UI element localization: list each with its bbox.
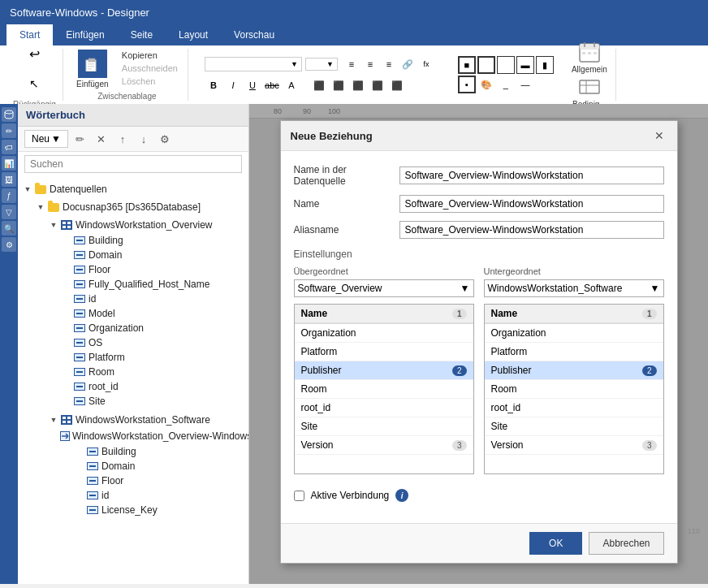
side-icon-filter[interactable]: ▽ [2,205,16,219]
font-color-a[interactable]: A [283,76,300,94]
side-icon-settings[interactable]: ⚙ [2,237,16,252]
align-right[interactable]: ⬛ [349,76,367,94]
field-fqhn[interactable]: Fully_Qualified_Host_Name [70,277,248,292]
right-item-organization[interactable]: Organization [485,324,663,343]
tree-row-ww-overview[interactable]: ▼ WindowsWorkstation_Overview [44,217,248,233]
modal-close-button[interactable]: ✕ [651,128,667,144]
right-item-platform[interactable]: Platform [485,343,663,361]
calendar-button[interactable]: Allgemein [570,41,609,74]
font-dropdown[interactable]: ▼ [205,57,302,71]
right-item-version[interactable]: Version 3 [485,436,663,455]
align-left[interactable]: ⬛ [310,76,328,94]
right-item-room[interactable]: Room [485,380,663,399]
shape-square-outline[interactable] [497,56,515,74]
field-organization[interactable]: Organization [70,321,248,335]
shape-rect-outline[interactable] [477,56,495,74]
cancel-button[interactable]: Abbrechen [589,532,663,555]
right-item-publisher[interactable]: Publisher 2 [485,361,663,380]
line-color-btn[interactable]: _ [497,76,515,93]
right-list-panel[interactable]: Name 1 Organization Platform [484,304,664,474]
ausschneiden-button[interactable]: Ausschneiden [119,63,181,74]
info-icon[interactable]: i [395,489,408,502]
align-center-top[interactable]: ≡ [361,55,379,73]
field-domain2[interactable]: Domain [83,459,248,473]
list-button[interactable]: ⬛ [388,76,406,94]
side-icon-search[interactable]: 🔍 [2,221,16,236]
bold-button[interactable]: B [205,76,222,94]
input-name-datenquelle[interactable] [399,166,664,184]
left-list-panel[interactable]: Name 1 Organization Platform [294,304,474,474]
delete-icon-btn[interactable]: ✕ [93,130,110,148]
ok-button[interactable]: OK [529,532,582,555]
field-id[interactable]: id [70,292,248,306]
aktive-verbindung-checkbox[interactable] [294,491,304,501]
field-floor2[interactable]: Floor [83,473,248,488]
strikethrough-button[interactable]: abc [263,76,281,94]
tab-einfuegen[interactable]: Einfügen [53,24,117,45]
right-item-site[interactable]: Site [485,417,663,436]
field-domain[interactable]: Domain [70,248,248,262]
left-item-root-id[interactable]: root_id [295,399,473,417]
neu-button[interactable]: Neu ▼ [24,130,68,148]
cursor-button[interactable]: ↖ [21,71,47,97]
down-icon-btn[interactable]: ↓ [135,130,153,148]
dropdown-untergeordnet[interactable]: WindowsWorkstation_Software ▼ [484,279,664,297]
left-item-publisher[interactable]: Publisher 2 [295,361,473,380]
link-icon[interactable]: 🔗 [399,55,417,73]
edit-icon-btn[interactable]: ✏ [71,130,89,148]
tab-layout[interactable]: Layout [166,24,221,45]
input-name[interactable] [399,195,664,213]
tree-row-relation[interactable]: WindowsWorkstation_Overview-WindowsWorks… [57,428,248,444]
tab-vorschau[interactable]: Vorschau [221,24,287,45]
shape-wide-rect[interactable]: ▬ [516,56,534,74]
align-justify[interactable]: ⬛ [369,76,386,94]
side-icon-func[interactable]: ƒ [2,188,16,203]
side-icon-chart[interactable]: 📊 [2,156,16,171]
field-floor[interactable]: Floor [70,262,248,277]
tree-row-docusnap[interactable]: ▼ Docusnap365 [Ds365Database] [31,199,248,215]
settings-icon-btn[interactable]: ⚙ [156,130,174,148]
kopieren-button[interactable]: Kopieren [119,50,181,61]
shape-tall-rect[interactable]: ▮ [536,56,554,74]
italic-button[interactable]: I [224,76,242,94]
left-item-platform[interactable]: Platform [295,343,473,361]
line-style-btn[interactable]: — [516,76,534,93]
tree-row-ww-software[interactable]: ▼ WindowsWorkstation_Software [44,412,248,428]
fill-color-btn[interactable]: 🎨 [477,76,495,93]
left-item-version[interactable]: Version 3 [295,436,473,455]
field-os[interactable]: OS [70,335,248,350]
field-id2[interactable]: id [83,488,248,503]
field-site[interactable]: Site [70,394,248,409]
right-item-root-id[interactable]: root_id [485,399,663,417]
dropdown-uebergeordnet[interactable]: Software_Overview ▼ [294,279,474,297]
tab-seite[interactable]: Seite [118,24,166,45]
align-left-top[interactable]: ≡ [343,55,360,73]
up-icon-btn[interactable]: ↑ [114,130,132,148]
field-building[interactable]: Building [70,233,248,248]
shape-rect2[interactable]: ▪ [458,76,476,93]
field-icon[interactable]: fx [417,55,435,73]
side-icon-image[interactable]: 🖼 [2,172,16,187]
input-aliasname[interactable] [399,221,664,239]
loeschen-button[interactable]: Löschen [119,76,181,87]
align-right-top[interactable]: ≡ [380,55,398,73]
side-icon-db[interactable] [2,107,16,122]
field-model[interactable]: Model [70,306,248,321]
side-icon-tag[interactable]: 🏷 [2,140,16,154]
field-room[interactable]: Room [70,365,248,379]
align-center[interactable]: ⬛ [330,76,348,94]
left-item-site[interactable]: Site [295,417,473,436]
field-platform[interactable]: Platform [70,350,248,365]
left-item-room[interactable]: Room [295,380,473,399]
side-icon-pencil[interactable]: ✏ [2,123,16,138]
search-input[interactable] [24,155,242,173]
size-dropdown[interactable]: ▼ [305,58,338,71]
field-license-key[interactable]: License_Key [83,503,248,517]
underline-button[interactable]: U [244,76,261,94]
field-building2[interactable]: Building [83,444,248,459]
einfuegen-button[interactable]: Einfügen [73,50,112,89]
left-item-organization[interactable]: Organization [295,324,473,343]
tree-row-datenquellen[interactable]: ▼ Datenquellen [18,181,248,197]
shape-rect-fill[interactable]: ■ [458,56,476,74]
field-root-id[interactable]: root_id [70,379,248,394]
